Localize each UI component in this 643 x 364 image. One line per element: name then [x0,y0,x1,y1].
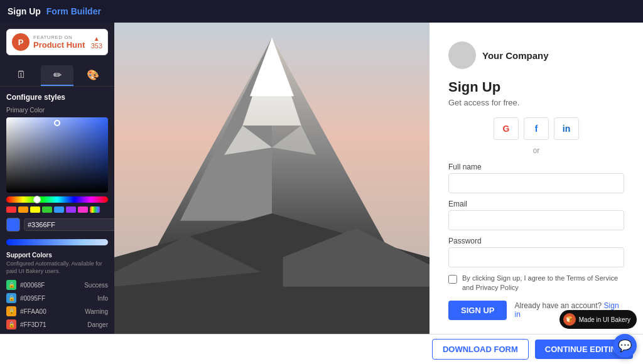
support-color-danger: 🔒 #FF3D71 Danger [6,319,108,329]
support-icon-success: 🔒 [6,280,16,290]
terms-checkbox[interactable] [448,275,457,284]
social-buttons: G f in [448,117,624,140]
support-type-danger: Danger [87,321,108,328]
support-hex-warning: #FFAA00 [20,308,81,315]
support-color-warning: 🔒 #FFAA00 Warning [6,306,108,316]
facebook-signin-button[interactable]: f [524,117,549,140]
product-hunt-text: FEATURED ON Product Hunt [33,35,85,50]
terms-text: By clicking Sign up, I agree to the Term… [462,274,624,293]
product-hunt-arrow: ▲ [94,35,100,42]
sidebar: P FEATURED ON Product Hunt ▲ 353 🗓 ✏ 🎨 C… [0,23,114,334]
support-colors-label: Support Colors [6,252,108,259]
linkedin-signin-button[interactable]: in [554,117,579,140]
support-icon-danger: 🔒 [6,319,16,329]
support-type-success: Success [84,282,108,289]
ui-bakery-icon: 🍞 [563,313,576,326]
or-divider: or [448,146,624,155]
support-type-warning: Warning [85,308,108,315]
product-hunt-name: Product Hunt [33,40,85,50]
terms-row: By clicking Sign up, I agree to the Term… [448,274,624,293]
support-hex-success: #00068F [20,282,80,289]
ui-bakery-label: Made in UI Bakery [579,316,630,323]
chat-bubble[interactable]: 💬 [613,334,637,358]
primary-color-preview [6,218,20,232]
hue-thumb [33,196,41,203]
swatch-pink[interactable] [78,206,88,213]
right-panel: Your Company Sign Up Get access for free… [430,23,643,334]
ui-bakery-badge[interactable]: 🍞 Made in UI Bakery [559,310,637,329]
configure-section: Configure styles Primary Color [0,87,114,334]
main-container: P FEATURED ON Product Hunt ▲ 353 🗓 ✏ 🎨 C… [0,23,643,334]
swatch-purple[interactable] [66,206,76,213]
product-hunt-logo: P [12,33,30,51]
email-label: Email [448,200,624,208]
swatch-gradient[interactable] [90,206,100,213]
email-input[interactable] [448,210,624,230]
email-field: Email [448,200,624,230]
primary-color-row: Primary [6,218,108,232]
signup-button[interactable]: SIGN UP [448,301,507,320]
swatch-yellow[interactable] [30,206,40,213]
company-name: Your Company [482,50,549,61]
tab-edit[interactable]: ✏ [41,65,74,86]
fullname-input[interactable] [448,173,624,193]
company-header: Your Company [448,41,624,69]
swatch-green[interactable] [42,206,52,213]
support-colors-desc: Configured Automatically. Available for … [6,260,108,275]
product-hunt-featured-on: FEATURED ON [33,35,85,40]
product-hunt-count-value: 353 [91,42,102,50]
product-hunt-badge[interactable]: P FEATURED ON Product Hunt ▲ 353 [6,29,108,55]
support-color-success: 🔒 #00068F Success [6,280,108,290]
swatch-red[interactable] [6,206,16,213]
top-bar: Sign Up Form Builder [0,0,643,23]
primary-color-label: Primary Color [6,107,108,114]
chat-icon: 💬 [618,339,632,353]
primary-color-input[interactable] [24,218,114,231]
tab-calendar[interactable]: 🗓 [5,65,38,86]
color-picker-cursor [54,120,60,126]
support-type-info: Info [97,295,108,302]
support-color-info: 🔒 #0095FF Info [6,293,108,303]
fullname-field: Full name [448,163,624,193]
configure-title: Configure styles [6,93,108,102]
top-bar-title-colored: Form Builder [46,6,101,16]
support-icon-info: 🔒 [6,293,16,303]
google-signin-button[interactable]: G [494,117,519,140]
hue-slider[interactable] [6,196,108,203]
swatch-blue[interactable] [54,206,64,213]
mountain-svg [114,23,430,334]
download-form-button[interactable]: DOWNLOAD FORM [432,339,529,360]
color-swatches [6,206,108,213]
password-field: Password [448,237,624,267]
top-bar-title: Sign Up Form Builder [8,6,101,16]
form-title: Sign Up [448,79,624,95]
company-logo [448,41,476,69]
password-input[interactable] [448,247,624,267]
support-hex-info: #0095FF [20,295,94,302]
support-hex-danger: #FF3D71 [20,321,84,328]
sidebar-tabs: 🗓 ✏ 🎨 [0,62,114,87]
gradient-bar [6,239,108,245]
bottom-bar: DOWNLOAD FORM CONTINUE EDITING [0,334,643,364]
color-picker-box[interactable] [6,117,108,193]
fullname-label: Full name [448,163,624,171]
center-area [114,23,430,334]
tab-theme[interactable]: 🎨 [76,65,109,86]
support-icon-warning: 🔒 [6,306,16,316]
top-bar-title-static: Sign Up [8,6,41,16]
bg-image [114,23,430,334]
product-hunt-count: ▲ 353 [91,35,102,50]
form-subtitle: Get access for free. [448,98,624,107]
password-label: Password [448,237,624,245]
swatch-orange[interactable] [18,206,28,213]
